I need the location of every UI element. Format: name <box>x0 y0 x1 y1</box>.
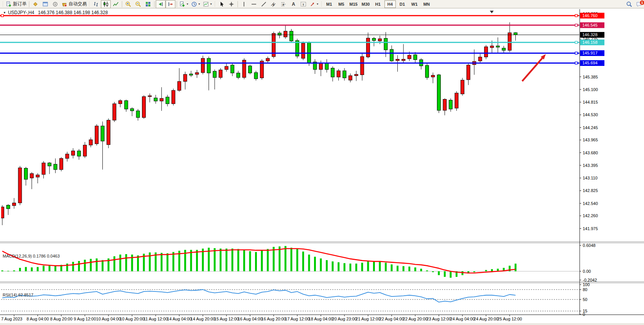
template-icon <box>203 1 209 7</box>
macd-axis-tick: -0.2042 <box>583 278 597 282</box>
toolbar: 新订单自动交易▼▼▼EFAT▼M1M5M15M30H1H4D1W1MN1 <box>0 0 644 8</box>
line-chart-button[interactable] <box>111 0 121 8</box>
svg-text:146.158: 146.158 <box>582 40 598 45</box>
new-order-icon <box>6 1 12 7</box>
timeframe-d1-button[interactable]: D1 <box>397 0 408 8</box>
arrows-icon <box>309 1 316 7</box>
candles-icon <box>103 1 109 7</box>
svg-text:142.540: 142.540 <box>583 201 598 206</box>
svg-text:22 Aug 04:00: 22 Aug 04:00 <box>379 317 404 321</box>
svg-text:25 Aug 12:00: 25 Aug 12:00 <box>497 317 522 321</box>
price-label-145.694: 145.694 <box>580 60 604 66</box>
vertical-line-button[interactable] <box>239 0 249 8</box>
trendline-button[interactable] <box>259 0 269 8</box>
bar-chart-button[interactable] <box>91 0 101 8</box>
crosshair-button[interactable] <box>226 0 236 8</box>
chartshift-icon <box>167 1 174 7</box>
candlestick-chart-button[interactable] <box>101 0 111 8</box>
chart-shift-button[interactable] <box>166 0 175 8</box>
auto-scroll-button[interactable] <box>156 0 166 8</box>
equidistant-channel-button[interactable]: E <box>269 0 279 8</box>
svg-text:F: F <box>283 3 285 6</box>
svg-text:24 Aug 04:00: 24 Aug 04:00 <box>450 317 475 321</box>
text-button[interactable]: A <box>289 0 298 8</box>
svg-text:146.760: 146.760 <box>582 13 598 18</box>
symbol-period-label: USDJPY-,H4 <box>8 10 34 15</box>
periods-button[interactable]: ▼ <box>190 0 202 8</box>
svg-text:144.530: 144.530 <box>583 112 598 117</box>
clock-icon <box>191 1 197 7</box>
fibonacci-button[interactable]: F <box>279 0 289 8</box>
toolbar-grip <box>214 1 216 7</box>
autotrading-button[interactable]: 自动交易 <box>60 0 88 8</box>
svg-text:142.260: 142.260 <box>583 213 598 218</box>
svg-text:145.385: 145.385 <box>583 75 598 79</box>
bars-icon <box>93 1 99 7</box>
svg-text:17 Aug 12:00: 17 Aug 12:00 <box>285 317 310 321</box>
trend-icon <box>261 1 267 7</box>
timeframe-m5-button[interactable]: M5 <box>336 0 347 8</box>
svg-text:18 Aug 04:00: 18 Aug 04:00 <box>309 317 333 321</box>
dropdown-caret-icon[interactable]: ▼ <box>316 3 319 5</box>
timeframe-m1-button[interactable]: M1 <box>324 0 335 8</box>
toolbar-separator <box>122 1 122 7</box>
chart-title-bar: ▼ USDJPY-,H4 146.376 146.388 146.198 146… <box>3 10 108 15</box>
price-chart[interactable]: 146.805146.235145.385145.100144.815144.5… <box>0 8 644 325</box>
navigator-button[interactable] <box>50 0 60 8</box>
rsi-indicator-label: RSI(14) 62.8517 <box>3 293 33 297</box>
rsi-axis-tick: 80 <box>583 287 587 292</box>
rsi-axis-tick: 0 <box>583 312 585 317</box>
toolbar-grip <box>321 1 322 7</box>
arrows-button[interactable]: ▼ <box>308 0 320 8</box>
templates-button[interactable]: ▼ <box>202 0 214 8</box>
toolbar-grip <box>89 1 90 7</box>
line-handle[interactable] <box>575 41 577 43</box>
svg-text:144.815: 144.815 <box>583 100 598 104</box>
price-label-146.158: 146.158 <box>580 40 604 45</box>
timeframe-w1-button[interactable]: W1 <box>409 0 420 8</box>
svg-text:T: T <box>303 3 304 6</box>
hline-icon <box>251 1 257 7</box>
line-handle[interactable] <box>575 24 577 26</box>
indicators-button[interactable]: ▼ <box>178 0 190 8</box>
svg-text:14 Aug 04:00: 14 Aug 04:00 <box>167 317 192 321</box>
svg-text:14 Aug 20:00: 14 Aug 20:00 <box>191 317 215 321</box>
line-handle[interactable] <box>575 62 577 64</box>
svg-text:141.975: 141.975 <box>583 226 598 231</box>
zoom-in-button[interactable] <box>123 0 133 8</box>
macd-axis-tick: 0.00 <box>583 269 591 274</box>
search-icon <box>626 1 632 7</box>
search-button[interactable] <box>624 0 634 8</box>
vline-icon <box>241 1 247 7</box>
dropdown-caret-icon[interactable]: ▼ <box>210 3 212 5</box>
line-handle[interactable] <box>575 14 577 17</box>
svg-text:8 Aug 04:00: 8 Aug 04:00 <box>27 317 49 321</box>
chevron-down-icon[interactable]: ▼ <box>3 11 6 14</box>
chat-button[interactable]: 1 <box>634 0 644 8</box>
timeframe-h4-button[interactable]: H4 <box>384 0 396 8</box>
svg-text:11 Aug 12:00: 11 Aug 12:00 <box>143 317 168 321</box>
new-order-button[interactable]: 新订单 <box>5 0 28 8</box>
svg-text:7 Aug 2023: 7 Aug 2023 <box>1 317 22 321</box>
dropdown-caret-icon[interactable]: ▼ <box>186 3 189 5</box>
price-label-145.917: 145.917 <box>580 50 604 56</box>
line-handle[interactable] <box>575 52 577 54</box>
timeframe-mn-button[interactable]: MN <box>421 0 432 8</box>
timeframe-m30-button[interactable]: M30 <box>360 0 371 8</box>
timeframe-h1-button[interactable]: H1 <box>372 0 384 8</box>
textA-icon: A <box>290 1 296 7</box>
data-window-button[interactable] <box>40 0 50 8</box>
timeframe-m15-button[interactable]: M15 <box>348 0 359 8</box>
horizontal-line-button[interactable] <box>249 0 259 8</box>
macd-indicator-label: MACD(12,26,9) 0.1786 0.0463 <box>3 254 60 258</box>
svg-text:22 Aug 20:00: 22 Aug 20:00 <box>403 317 428 321</box>
tile-windows-button[interactable] <box>143 0 153 8</box>
dropdown-caret-icon[interactable]: ▼ <box>198 3 201 5</box>
svg-text:146.328: 146.328 <box>582 32 598 37</box>
autoscroll-icon <box>158 1 164 7</box>
cursor-button[interactable] <box>217 0 226 8</box>
zoom-out-icon <box>135 1 141 7</box>
zoom-out-button[interactable] <box>133 0 143 8</box>
text-label-button[interactable]: T <box>298 0 308 8</box>
market-watch-button[interactable] <box>30 0 40 8</box>
